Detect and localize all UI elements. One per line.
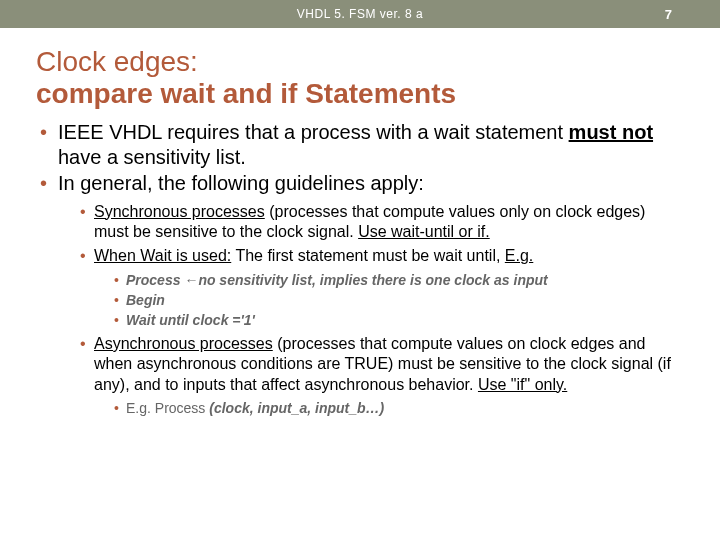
slide-content: Clock edges: compare wait and if Stateme…	[0, 28, 720, 418]
code-3: Wait until clock ='1'	[114, 311, 684, 330]
bullet-1-mustnot: must not	[569, 121, 653, 143]
code-1: Process ←no sensitivity list, implies th…	[114, 271, 684, 290]
bullet-1: IEEE VHDL requires that a process with a…	[40, 120, 684, 169]
title-line-1: Clock edges:	[36, 46, 684, 78]
sub-2-eg: E.g.	[505, 247, 533, 264]
title-line-2: compare wait and if Statements	[36, 78, 684, 110]
sub-2: When Wait is used: The first statement m…	[80, 246, 684, 329]
code-2: Begin	[114, 291, 684, 310]
bullet-2-text: In general, the following guidelines app…	[58, 172, 424, 194]
slide-header: VHDL 5. FSM ver. 8 a 7	[0, 0, 720, 28]
bullet-list-level1: IEEE VHDL requires that a process with a…	[36, 120, 684, 418]
sub-2-pre: When Wait is used:	[94, 247, 231, 264]
bullet-1-post: have a sensitivity list.	[58, 146, 246, 168]
sub-2-mid: The first statement must be wait until,	[231, 247, 505, 264]
code-4-b: (clock, input_a, input_b…)	[209, 400, 384, 416]
bullet-list-level3b: E.g. Process (clock, input_a, input_b…)	[94, 399, 684, 418]
code-1-b: no sensitivity list, implies there is on…	[198, 272, 547, 288]
sub-3-asynch: Asynchronous processes	[94, 335, 273, 352]
code-4-a: E.g. Process	[126, 400, 209, 416]
sub-1-synch: Synchronous processes	[94, 203, 265, 220]
bullet-1-pre: IEEE VHDL requires that a process with a…	[58, 121, 569, 143]
code-4: E.g. Process (clock, input_a, input_b…)	[114, 399, 684, 418]
bullet-list-level3a: Process ←no sensitivity list, implies th…	[94, 271, 684, 330]
bullet-2: In general, the following guidelines app…	[40, 171, 684, 418]
bullet-list-level2: Synchronous processes (processes that co…	[58, 202, 684, 418]
header-page-number: 7	[665, 7, 672, 22]
header-title: VHDL 5. FSM ver. 8 a	[297, 7, 423, 21]
sub-1-use: Use wait-until or if.	[358, 223, 490, 240]
left-arrow-icon: ←	[184, 272, 198, 288]
sub-1: Synchronous processes (processes that co…	[80, 202, 684, 243]
sub-3: Asynchronous processes (processes that c…	[80, 334, 684, 418]
code-1-a: Process	[126, 272, 184, 288]
sub-3-use: Use "if" only.	[478, 376, 567, 393]
